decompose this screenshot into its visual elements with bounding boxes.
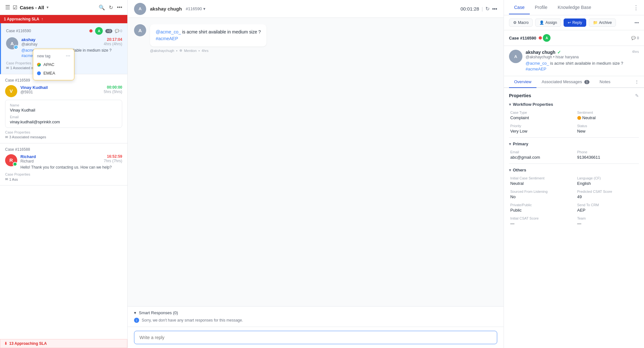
overview-tab-associated[interactable]: Associated Messages 1 [536,76,595,88]
refresh-icon[interactable]: ↻ [109,4,113,11]
tab-knowledge-base[interactable]: Knowledge Base [552,1,596,14]
conv-section: A akshay chugh ✓ @akshaychugh • hisar ha… [504,46,644,76]
msg-meta: @akshaychugh • ⊕ Mention • 4hrs [150,48,266,53]
case-footer-richard: Case Properties ✉ 1 Ass [5,172,122,181]
status-label: Status [577,124,639,128]
primary-section-header[interactable]: ▾ Primary [509,141,639,146]
others-props-grid: Initial Case Sentiment Neutral Language … [509,176,639,226]
privacy-prop: Private/Public Public [510,203,572,213]
associated-msg-text-richard: 1 Ass [9,178,18,181]
sourced-prop: Sourced From Listening No [510,190,572,199]
sentiment-prop: Sentiment Neutral [577,111,639,120]
tab-profile[interactable]: Profile [530,1,553,14]
case-item-116589[interactable]: Case #116589 V Vinay Kudhail @5931 00:00… [0,74,127,143]
more-options-icon[interactable]: ••• [117,4,122,10]
archive-btn[interactable]: 📁 Archive [589,18,616,27]
overview-tab-overview[interactable]: Overview [509,76,536,88]
macro-label: Macro [518,20,528,25]
workflow-section-header[interactable]: ▾ Workflow Properties [509,102,639,107]
overview-tabs: Overview Associated Messages 1 Notes ⋮ [504,76,644,88]
tag-emea-label: EMEA [43,71,55,76]
case-number: Case #116590 [6,29,31,33]
status-dot-red [89,29,93,33]
new-tag-item[interactable]: new tag ••• [33,52,74,60]
workflow-chevron: ▾ [509,102,511,107]
sourced-value: No [510,194,572,199]
msg-icon-right: 💬 [631,36,636,40]
right-tabs: Case Profile Knowledge Base ⋮ [504,0,644,15]
reply-box [128,327,504,348]
agent-name-richard: Richard [20,154,36,159]
case-item-116590[interactable]: Case #116590 A +3 💬 0 A 𝕏 akshay [0,23,127,74]
edit-icon[interactable]: ✎ [635,93,639,98]
divider-1 [509,137,639,138]
predicted-value: 49 [577,194,639,199]
priority-prop: Priority Very Low [510,124,572,134]
timer-refresh-btn[interactable]: ↻ [485,6,490,12]
overview-more-icon[interactable]: ⋮ [635,79,639,84]
right-actions: ⚙ Macro 👤 Assign ↩ Reply 📁 Archive ••• [504,15,644,30]
archive-label: Archive [599,20,612,25]
smart-responses-header[interactable]: ▾ Smart Responses (0) [134,310,497,315]
verified-icon: ✓ [557,50,561,55]
case-info-116589: Vinay Kudhail @5931 00:00:00 5hrs (5hrs) [20,85,122,94]
conv-name: akshay chugh ✓ [526,50,629,55]
msg-avatar: A [134,24,146,36]
menu-icon[interactable]: ☰ [5,4,10,11]
apac-tag-icon [37,63,41,67]
agent-handle-richard: Richard [20,159,36,163]
right-actions-more-icon[interactable]: ••• [634,20,639,25]
initial-sentiment-label: Initial Case Sentiment [510,176,572,180]
privacy-value: Public [510,208,572,213]
macro-btn[interactable]: ⚙ Macro [509,18,533,27]
primary-props-grid: Email abc@gmail.com Phone 9136436611 [509,150,639,160]
tab-case[interactable]: Case [509,1,530,14]
search-icon[interactable]: 🔍 [99,4,105,11]
conv-time: 4hrs [632,50,639,54]
sla-warning-icon: ⬇ [4,341,7,346]
right-tabs-more-icon[interactable]: ⋮ [633,4,639,11]
case-id-text: #116590 [186,6,202,11]
email-label: Email [10,115,117,119]
tag-apac-item[interactable]: APAC [33,60,74,69]
tag-emea-item[interactable]: EMEA [33,69,74,77]
send-crm-label: Send To CRM [577,203,639,207]
msg-count-badge: 💬 0 [631,36,639,40]
header-user-name: akshay chugh [150,6,182,11]
sla-approaching-banner[interactable]: 1 Approaching SLA ↑ [0,15,127,23]
team-value: — [577,221,639,226]
phone-value: 9136436611 [577,155,639,160]
right-panel: Case Profile Knowledge Base ⋮ ⚙ Macro 👤 … [504,0,644,348]
case-item-116588[interactable]: Case #116588 R Richard Richard 16:52:59 [0,143,127,186]
checkbox-icon[interactable]: ☑ [13,4,17,11]
others-section-header[interactable]: ▾ Others [509,168,639,172]
initial-csat-label: Initial CSAT Score [510,216,572,220]
case-id-badge[interactable]: #116590 ▾ [186,6,206,11]
case-number-116588: Case #116588 [5,147,30,152]
right-case-id: Case #116590 [509,36,536,40]
email-prop: Email abc@gmail.com [510,150,572,160]
twitter-badge: 𝕏 [14,45,18,49]
send-crm-prop: Send To CRM AEP [577,203,639,213]
msg-icon: 💬 0 [115,29,122,33]
conv-handle: @akshaychugh • hisar haryana [526,55,629,59]
case-header-116588: Case #116588 [5,147,122,152]
plus-badge: +3 [105,29,112,33]
reply-input[interactable] [134,331,497,344]
assign-btn[interactable]: 👤 Assign [535,18,561,27]
team-label: Team [577,216,639,220]
sla-bottom-banner[interactable]: ⬇ 13 Approaching SLA [0,339,127,348]
priority-label: Priority [510,124,572,128]
title-dropdown-icon[interactable]: ▾ [47,5,49,10]
time-info-richard: 16:52:59 7hrs (7hrs) [104,154,122,163]
agent-name: akshay [21,37,37,42]
msg-hashtag: #acmeAEP [156,36,178,41]
overview-tab-notes[interactable]: Notes [595,76,616,88]
emea-tag-icon [37,71,41,75]
smart-responses-content: i Sorry, we don't have any smart respons… [134,318,497,323]
timer-more-icon[interactable]: ••• [492,6,497,11]
language-label: Language (CF) [577,176,639,180]
reply-btn[interactable]: ↩ Reply [564,18,586,27]
sourced-label: Sourced From Listening [510,190,572,193]
time-info-vinay: 00:00:00 5hrs (5hrs) [104,85,122,94]
